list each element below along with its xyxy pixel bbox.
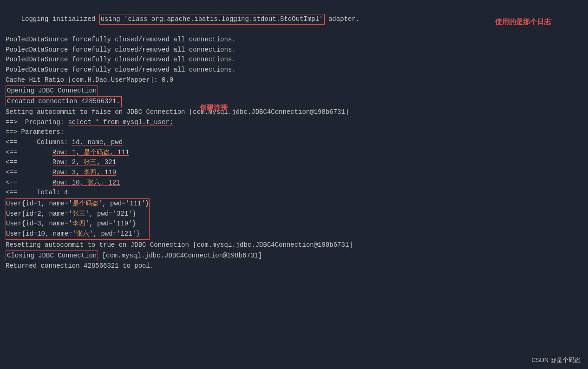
highlight-logging-class: using 'class org.apache.ibatis.logging.s… xyxy=(99,14,325,25)
columns-list: id, name, pwd xyxy=(72,138,123,146)
annotation-create-connection: 创建连接 xyxy=(200,103,228,112)
log-line-5: PooledDataSource forcefully closed/remov… xyxy=(6,65,582,75)
log-line-17: <== Total: 4 xyxy=(6,188,582,198)
log-line-13: <== Row: 1, 是个码盗, 111 xyxy=(6,148,582,158)
log-line-16: <== Row: 10, 张六, 121 xyxy=(6,178,582,188)
log-line-14: <== Row: 2, 张三, 321 xyxy=(6,158,582,168)
log-line-11: ==> Parameters: xyxy=(6,127,582,138)
log-line-4: PooledDataSource forcefully closed/remov… xyxy=(6,55,582,65)
log-line-22: Resetting autocommit to true on JDBC Con… xyxy=(6,240,582,250)
log-line-23: Closing JDBC Connection [com.mysql.jdbc.… xyxy=(6,250,582,262)
highlight-opening-jdbc: Opening JDBC Connection xyxy=(6,86,98,97)
log-line-15: <== Row: 3, 李四, 119 xyxy=(6,168,582,178)
log-line-3: PooledDataSource forcefully closed/remov… xyxy=(6,45,582,55)
csdn-watermark: CSDN @是个码盗 xyxy=(531,356,581,364)
highlight-closing-jdbc: Closing JDBC Connection xyxy=(6,250,98,262)
log-text: adapter. xyxy=(325,15,360,23)
log-line-21: User{id=10, name='张六', pwd='121'} xyxy=(6,229,149,239)
log-line-24: Returned connection 428566321 to pool. xyxy=(6,261,582,271)
annotation-logging: 使用的是那个日志 xyxy=(495,18,551,26)
log-line-10: ==> Preparing: select * from mysql.t_use… xyxy=(6,118,582,128)
row-2: Row: 2, 张三, 321 xyxy=(52,158,116,166)
log-line-18: User{id=1, name='是个码盗', pwd='111'} xyxy=(6,199,149,209)
sql-query: select * from mysql.t_user; xyxy=(68,119,173,126)
highlight-created-connection: Created connection 428566321. xyxy=(6,96,122,107)
log-line-6: Cache Hit Ratio [com.H.Dao.UserMapper]: … xyxy=(6,75,582,86)
log-line-19: User{id=2, name='张三', pwd='321'} xyxy=(6,209,149,219)
log-line-2: PooledDataSource forcefully closed/remov… xyxy=(6,35,582,45)
log-text: Logging initialized xyxy=(21,15,99,23)
log-line-9: Setting autocommit to false on JDBC Conn… xyxy=(6,107,582,118)
log-line-7: Opening JDBC Connection xyxy=(6,86,582,97)
log-line-20: User{id=3, name='李四', pwd='119'} xyxy=(6,219,149,229)
row-1: Row: 1, 是个码盗, 111 xyxy=(52,149,129,156)
row-4: Row: 10, 张六, 121 xyxy=(52,179,120,186)
user-objects-box: User{id=1, name='是个码盗', pwd='111'} User{… xyxy=(6,198,150,240)
log-line-8: Created connection 428566321. xyxy=(6,96,582,107)
console-output: Logging initialized using 'class org.apa… xyxy=(0,0,588,369)
log-line-12: <== Columns: id, name, pwd xyxy=(6,138,582,148)
row-3: Row: 3, 李四, 119 xyxy=(52,169,116,176)
